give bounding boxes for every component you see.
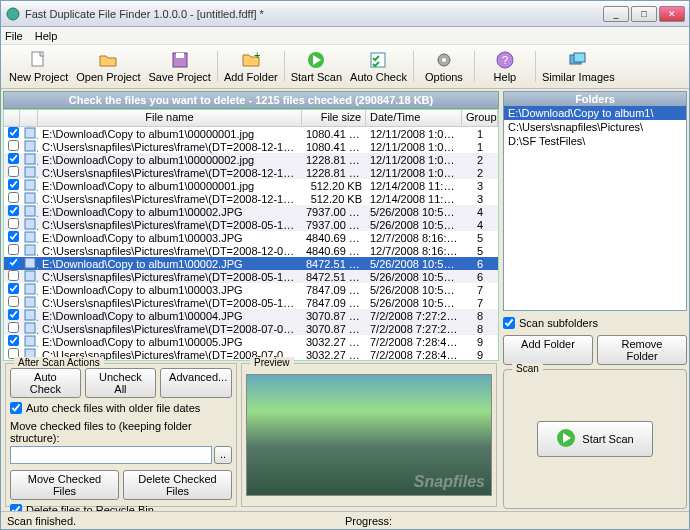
table-row[interactable]: C:\Users\snapfiles\Pictures\frame\(DT=20…	[4, 244, 498, 257]
cell-group: 9	[462, 349, 498, 361]
file-icon	[24, 296, 36, 308]
remove-folder-btn[interactable]: Remove Folder	[597, 335, 687, 365]
folder-item[interactable]: E:\Download\Copy to album1\	[504, 106, 686, 120]
row-checkbox[interactable]	[8, 270, 19, 281]
cell-datetime: 7/2/2008 7:27:24 AM	[366, 323, 462, 335]
open-project-button[interactable]: Open Project	[72, 47, 144, 86]
auto-check-btn[interactable]: Auto Check	[10, 368, 81, 398]
col-datetime[interactable]: Date/Time	[366, 110, 462, 126]
minimize-button[interactable]: _	[603, 6, 629, 22]
folder-item[interactable]: D:\SF TestFiles\	[504, 134, 686, 148]
browse-button[interactable]: ..	[214, 446, 232, 464]
menu-help[interactable]: Help	[35, 30, 58, 42]
options-button[interactable]: Options	[416, 47, 472, 86]
menu-file[interactable]: File	[5, 30, 23, 42]
auto-older-checkbox[interactable]: Auto check files with older file dates	[10, 402, 232, 414]
table-row[interactable]: C:\Users\snapfiles\Pictures\frame\(DT=20…	[4, 192, 498, 205]
table-row[interactable]: C:\Users\snapfiles\Pictures\frame\(DT=20…	[4, 218, 498, 231]
row-checkbox[interactable]	[8, 283, 19, 294]
cell-filename: E:\Download\Copy to album1\00003.JPG	[38, 232, 302, 244]
row-checkbox[interactable]	[8, 257, 19, 268]
close-button[interactable]: ✕	[659, 6, 685, 22]
grid-header: File name File size Date/Time Group	[4, 110, 498, 127]
start-scan-big-button[interactable]: Start Scan	[537, 421, 652, 457]
delete-checked-btn[interactable]: Delete Checked Files	[123, 470, 232, 500]
row-checkbox[interactable]	[8, 192, 19, 203]
folder-item[interactable]: C:\Users\snapfiles\Pictures\	[504, 120, 686, 134]
save-project-button[interactable]: Save Project	[145, 47, 215, 86]
add-folder-button[interactable]: +Add Folder	[220, 47, 282, 86]
maximize-button[interactable]: □	[631, 6, 657, 22]
table-row[interactable]: E:\Download\Copy to album1\00004.JPG3070…	[4, 309, 498, 322]
file-icon	[24, 192, 36, 204]
row-checkbox[interactable]	[8, 205, 19, 216]
row-checkbox[interactable]	[8, 140, 19, 151]
after-scan-panel: After Scan Actions Auto Check Uncheck Al…	[5, 363, 237, 507]
move-path-input[interactable]	[10, 446, 212, 464]
table-row[interactable]: C:\Users\snapfiles\Pictures\frame\(DT=20…	[4, 140, 498, 153]
help-button[interactable]: ?Help	[477, 47, 533, 86]
cell-size: 4840.69 KB	[302, 232, 366, 244]
table-row[interactable]: E:\Download\Copy to album1\00003.JPG4840…	[4, 231, 498, 244]
cell-datetime: 5/26/2008 10:50:02	[366, 297, 462, 309]
row-checkbox[interactable]	[8, 231, 19, 242]
svg-rect-19	[25, 206, 35, 216]
new-project-button[interactable]: New Project	[5, 47, 72, 86]
row-checkbox[interactable]	[8, 179, 19, 190]
row-checkbox[interactable]	[8, 218, 19, 229]
add-folder-btn[interactable]: Add Folder	[503, 335, 593, 365]
cell-datetime: 5/26/2008 10:50:02	[366, 284, 462, 296]
table-row[interactable]: C:\Users\snapfiles\Pictures\frame\(DT=20…	[4, 270, 498, 283]
table-row[interactable]: C:\Users\snapfiles\Pictures\frame\(DT=20…	[4, 322, 498, 335]
help-icon: ?	[495, 50, 515, 70]
row-checkbox[interactable]	[8, 244, 19, 255]
row-checkbox[interactable]	[8, 296, 19, 307]
cell-datetime: 12/7/2008 8:16:56 PM	[366, 232, 462, 244]
row-checkbox[interactable]	[8, 127, 19, 138]
cell-group: 6	[462, 271, 498, 283]
cell-filename: C:\Users\snapfiles\Pictures\frame\(DT=20…	[38, 323, 302, 335]
table-row[interactable]: E:\Download\Copy to album1\00000001.jpg1…	[4, 127, 498, 140]
similar-images-button[interactable]: Similar Images	[538, 47, 619, 86]
row-checkbox[interactable]	[8, 335, 19, 346]
svg-rect-3	[176, 53, 184, 58]
row-checkbox[interactable]	[8, 322, 19, 333]
table-row[interactable]: E:\Download\Copy to album1\00000002.jpg1…	[4, 153, 498, 166]
move-checked-btn[interactable]: Move Checked Files	[10, 470, 119, 500]
cell-group: 9	[462, 336, 498, 348]
cell-group: 8	[462, 323, 498, 335]
cell-size: 1080.41 KB	[302, 128, 366, 140]
row-checkbox[interactable]	[8, 166, 19, 177]
app-icon	[5, 6, 21, 22]
svg-rect-25	[25, 284, 35, 294]
table-row[interactable]: E:\Download\Copy to album1\00002.JPG8472…	[4, 257, 498, 270]
cell-datetime: 12/7/2008 8:16:56 PM	[366, 245, 462, 257]
table-row[interactable]: E:\Download\Copy to album1\00005.JPG3032…	[4, 335, 498, 348]
checklist-icon	[368, 50, 388, 70]
auto-check-button[interactable]: Auto Check	[346, 47, 411, 86]
table-row[interactable]: E:\Download\Copy to album1\00002.JPG7937…	[4, 205, 498, 218]
file-icon	[24, 257, 36, 269]
uncheck-all-btn[interactable]: Uncheck All	[85, 368, 156, 398]
table-row[interactable]: E:\Download\Copy to album1\00003.JPG7847…	[4, 283, 498, 296]
table-row[interactable]: C:\Users\snapfiles\Pictures\frame\(DT=20…	[4, 296, 498, 309]
row-checkbox[interactable]	[8, 309, 19, 320]
svg-point-0	[7, 8, 19, 20]
menubar: File Help	[1, 27, 689, 45]
table-row[interactable]: E:\Download\Copy to album1\00000001.jpg5…	[4, 179, 498, 192]
results-grid[interactable]: File name File size Date/Time Group E:\D…	[3, 109, 499, 361]
recycle-checkbox[interactable]: Delete files to Recycle Bin	[10, 504, 232, 511]
file-icon	[24, 166, 36, 178]
col-filename[interactable]: File name	[38, 110, 302, 126]
col-group[interactable]: Group	[462, 110, 498, 126]
start-scan-button[interactable]: Start Scan	[287, 47, 346, 86]
cell-datetime: 12/11/2008 1:08:22	[366, 154, 462, 166]
col-filesize[interactable]: File size	[302, 110, 366, 126]
row-checkbox[interactable]	[8, 153, 19, 164]
preview-panel: Preview Snapfiles	[241, 363, 497, 507]
progress-label: Progress:	[345, 515, 683, 527]
scan-subfolders-checkbox[interactable]: Scan subfolders	[503, 317, 687, 329]
cell-group: 7	[462, 297, 498, 309]
advanced-btn[interactable]: Advanced...	[160, 368, 232, 398]
table-row[interactable]: C:\Users\snapfiles\Pictures\frame\(DT=20…	[4, 166, 498, 179]
